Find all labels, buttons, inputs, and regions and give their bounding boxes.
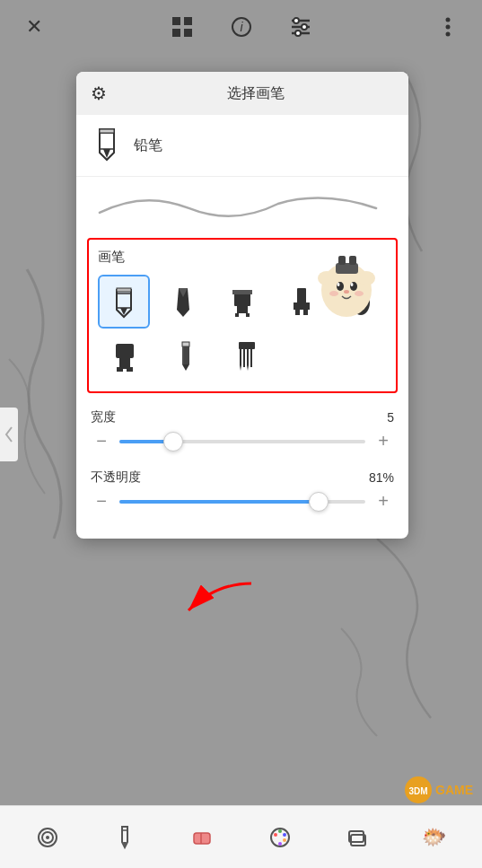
svg-rect-76 [194,833,210,844]
svg-rect-31 [338,256,346,265]
svg-rect-37 [117,288,131,292]
eraser-tool-icon[interactable] [182,818,222,857]
svg-rect-66 [250,349,252,367]
svg-point-29 [355,291,364,296]
svg-point-28 [329,291,338,296]
layers2-icon[interactable] [337,818,377,857]
svg-point-81 [283,833,286,837]
svg-point-27 [344,290,349,294]
watermark: 3DM GAME [405,776,473,803]
svg-marker-67 [240,365,241,371]
svg-rect-2 [172,29,180,37]
svg-point-80 [278,829,282,833]
svg-marker-60 [182,364,189,371]
top-toolbar: ✕ i [0,0,482,54]
svg-rect-44 [246,313,250,317]
svg-text:3DM: 3DM [408,786,427,796]
svg-rect-42 [237,306,248,313]
opacity-slider-thumb[interactable] [309,492,329,512]
svg-rect-64 [243,349,245,367]
svg-point-82 [283,838,286,842]
svg-rect-57 [127,367,129,372]
width-label: 宽度 [91,409,116,425]
layers-icon[interactable] [28,818,67,857]
opacity-plus-button[interactable]: + [372,491,394,512]
filter-icon[interactable] [285,11,317,43]
svg-text:i: i [240,20,243,34]
svg-rect-1 [184,17,192,25]
fish-icon[interactable]: 🐡 [415,818,454,857]
brush-name: 铅笔 [134,136,162,155]
brush-tool-icon[interactable] [105,818,145,857]
svg-point-12 [446,18,451,22]
svg-rect-0 [172,17,180,25]
svg-point-26 [350,283,353,286]
svg-rect-56 [120,367,123,372]
palette-icon[interactable] [260,818,300,857]
svg-rect-32 [349,256,356,265]
width-slider-thumb[interactable] [163,432,183,452]
gear-icon[interactable]: ⚙ [91,83,107,104]
mascot-image [306,244,387,325]
opacity-slider-track[interactable] [119,500,365,504]
svg-rect-47 [295,310,300,315]
opacity-value: 81% [369,470,394,485]
svg-point-14 [446,32,451,37]
opacity-control: 不透明度 81% − + [76,460,408,521]
width-control: 宽度 5 − + [76,400,408,460]
svg-point-25 [337,283,339,286]
brush-panel: ⚙ 选择画笔 铅笔 画笔 [76,72,408,539]
width-plus-button[interactable]: + [372,431,394,452]
brush-section: 画笔 [87,238,398,393]
svg-rect-19 [100,129,114,133]
more-icon[interactable] [432,11,464,43]
svg-rect-63 [240,349,241,365]
width-minus-button[interactable]: − [91,431,112,452]
grid-icon[interactable] [166,11,198,43]
brush-item-7[interactable] [159,329,213,382]
svg-point-13 [446,25,451,30]
watermark-text: GAME [435,783,473,797]
close-button[interactable]: ✕ [18,11,50,43]
svg-point-83 [278,842,282,846]
panel-header: ⚙ 选择画笔 [76,72,408,115]
svg-rect-52 [116,344,134,358]
brush-item-6[interactable] [98,329,152,382]
bottom-toolbar: 🐡 [0,805,482,868]
svg-rect-41 [232,290,252,294]
brush-item-1[interactable] [98,275,150,329]
svg-rect-58 [182,342,189,346]
svg-marker-68 [247,365,249,371]
svg-rect-43 [235,313,239,317]
svg-rect-62 [239,342,255,349]
brush-row-2 [98,329,387,382]
stroke-preview [76,177,408,231]
left-panel-handle[interactable] [0,408,18,461]
brush-preview: 铅笔 [76,115,408,177]
opacity-minus-button[interactable]: − [91,491,112,512]
watermark-icon: 3DM [405,776,432,803]
svg-point-79 [274,833,277,837]
brush-item-2[interactable] [157,275,209,329]
opacity-label: 不透明度 [91,469,141,486]
svg-point-10 [302,24,307,30]
svg-point-11 [295,31,301,36]
brush-item-3[interactable] [216,275,268,329]
svg-point-9 [294,18,299,23]
svg-point-21 [318,271,336,285]
panel-title: 选择画笔 [118,84,394,103]
svg-rect-65 [247,349,249,365]
width-value: 5 [387,410,394,425]
svg-rect-3 [184,29,192,37]
svg-point-72 [46,836,49,839]
svg-point-22 [357,271,375,285]
width-slider-track[interactable] [119,440,365,443]
info-icon[interactable]: i [225,11,258,43]
brush-item-8[interactable] [220,329,274,382]
pencil-icon [91,126,123,165]
